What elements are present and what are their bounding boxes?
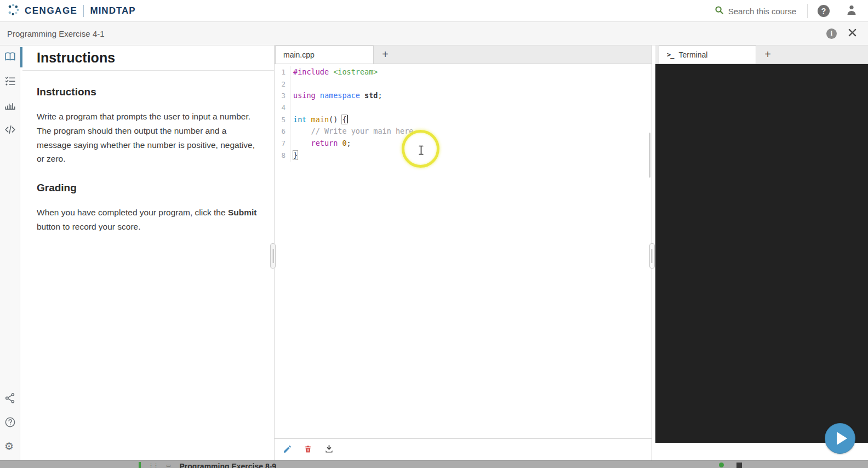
instructions-section-body: Write a program that prompts the user to… [37,110,259,166]
editor-tab-label: main.cpp [283,50,315,59]
instructions-section-heading: Instructions [37,86,260,98]
line-number: 5 [275,114,291,126]
next-activity-item[interactable]: ⋮⋮ ▭ Programming Exercise 8-9 [139,462,276,468]
code-text: // Write your main here [291,125,413,138]
code-line[interactable]: 8} [275,150,652,162]
resize-grip [651,249,653,263]
course-search-button[interactable]: Search this course [715,5,796,17]
sidebar-item-settings gear-icon[interactable]: ⚙ [4,441,16,452]
resize-grip [272,249,274,263]
tab-terminal[interactable]: >_ Terminal [659,45,756,64]
instructions-panel-title: Instructions [37,50,115,66]
close-activity-button[interactable] [848,28,857,39]
panel-resize-handle-left[interactable] [270,243,276,269]
drag-dots-icon: ⋮⋮ [149,463,158,468]
terminal-tab-label: Terminal [678,50,707,59]
top-bar: CENGAGE MINDTAP Search this course ? [0,0,868,22]
grading-section-heading: Grading [37,182,260,194]
line-number: 7 [275,138,291,150]
terminal-prompt-icon: >_ [667,51,673,59]
status-dot-icon [719,463,724,467]
line-number: 8 [275,150,291,162]
run-button[interactable] [825,423,855,454]
add-file-tab-button[interactable]: + [374,45,397,64]
code-editor-panel: main.cpp + 1#include <iostream>23using n… [275,45,652,468]
brand-divider [83,5,84,17]
search-label: Search this course [728,7,796,16]
activity-type-icon: ▭ [166,463,171,468]
bottom-activity-strip: ⋮⋮ ▭ Programming Exercise 8-9 [0,460,868,468]
sidebar-item-share share-icon[interactable] [4,392,16,404]
active-tool-indicator [20,47,22,67]
code-line[interactable]: 3using namespace std; [275,90,652,102]
terminal-panel: >_ Terminal + [655,45,868,468]
brand-cengage-text: CENGAGE [25,5,77,16]
code-text: int main() { [291,114,348,126]
activity-accent-bar [139,462,141,468]
line-number: 3 [275,90,291,102]
instructions-panel-header: Instructions [22,45,274,71]
download-icon[interactable] [324,444,334,454]
sidebar-item-checklist checklist-icon[interactable] [4,75,16,87]
code-line[interactable]: 4 [275,102,652,114]
code-text: using namespace std; [291,90,382,102]
code-text [291,78,293,90]
line-number: 6 [275,125,291,138]
help-button[interactable]: ? [818,5,830,17]
activity-title-bar: Programming Exercise 4-1 i [0,22,868,45]
activity-title: Programming Exercise 4-1 [7,29,105,38]
editor-tab-bar: main.cpp + [275,45,652,64]
instructions-panel: Instructions Instructions Write a progra… [22,45,275,460]
line-number: 1 [275,66,291,78]
brand-mindtap-text: MINDTAP [90,5,135,16]
left-icon-rail: ⚙ [0,45,20,460]
terminal-tab-bar: >_ Terminal + [655,45,868,64]
sidebar-item-instructions book-open-icon[interactable] [4,51,16,62]
info-button[interactable]: i [826,28,837,39]
mindtap-app: CENGAGE MINDTAP Search this course ? [0,0,868,468]
code-text: #include <iostream> [291,66,378,78]
code-line[interactable]: 5int main() { [275,114,652,126]
terminal-screen[interactable] [655,64,868,443]
brand-logo[interactable]: CENGAGE MINDTAP [7,3,136,18]
tab-main-cpp[interactable]: main.cpp [275,45,374,64]
code-line[interactable]: 1#include <iostream> [275,66,652,78]
line-number: 2 [275,78,291,90]
code-text: return 0; [291,138,351,150]
line-number: 4 [275,102,291,114]
grading-section-body: When you have completed your program, cl… [37,206,259,234]
edit-pencil-icon[interactable] [282,444,292,454]
user-account-icon[interactable] [845,3,858,19]
add-terminal-tab-button[interactable]: + [756,45,779,64]
topbar-divider [807,4,808,18]
editor-scrollbar[interactable] [649,133,650,178]
footer-tool-icon[interactable] [736,463,742,468]
code-text [291,102,293,114]
text-caret [347,115,349,123]
code-line[interactable]: 6 // Write your main here [275,125,652,138]
code-area[interactable]: 1#include <iostream>23using namespace st… [275,64,652,438]
code-line[interactable]: 2 [275,78,652,90]
sidebar-item-help help-circle-icon[interactable] [4,416,16,428]
cengage-spiral-icon [7,3,20,18]
editor-toolbar [275,438,652,459]
code-text: } [291,150,298,162]
panel-resize-handle-right[interactable] [649,243,655,269]
code-lines: 1#include <iostream>23using namespace st… [275,66,652,162]
play-icon [837,432,847,445]
sidebar-item-results bar-chart-icon[interactable] [4,99,16,111]
sidebar-item-code code-icon[interactable] [4,124,16,135]
search-icon [715,5,724,17]
code-line[interactable]: 7 return 0; [275,138,652,150]
instructions-content[interactable]: Instructions Write a program that prompt… [22,71,274,234]
next-activity-label: Programming Exercise 8-9 [180,462,277,468]
submit-keyword: Submit [228,208,257,217]
delete-trash-icon[interactable] [303,444,313,454]
